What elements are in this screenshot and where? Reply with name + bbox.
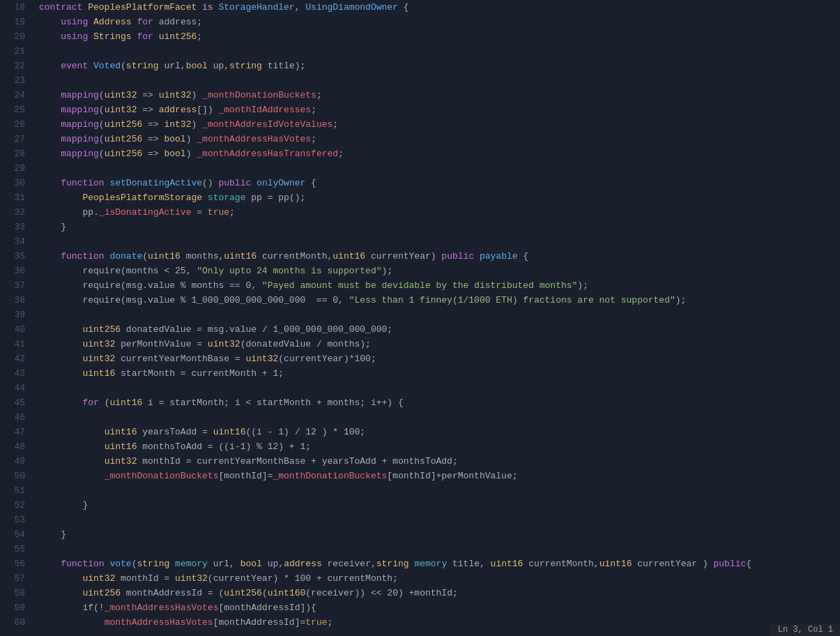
token-nm: if(!: [39, 603, 105, 613]
token-type: uint16: [333, 251, 371, 262]
code-line: [39, 44, 840, 59]
token-nm: pp.: [39, 207, 99, 218]
token-type: Strings: [93, 31, 137, 42]
code-line: mapping(uint256 => int32) _monthAddresId…: [39, 117, 840, 132]
token-nm: [39, 149, 61, 159]
line-number: 22: [0, 59, 33, 73]
token-nm: title);: [268, 61, 306, 71]
token-nm: [39, 31, 61, 42]
token-nm: [39, 134, 61, 144]
token-type: uint32: [82, 339, 121, 349]
token-kw: mapping: [61, 149, 99, 159]
token-nm: i = startMonth; i < startMonth + months;…: [148, 397, 404, 408]
token-nm: monthsToAdd = ((i-1) % 12) + 1;: [142, 441, 311, 452]
token-mod: payable: [480, 251, 518, 262]
token-bool-val: true: [305, 617, 327, 628]
token-nm: ): [191, 90, 202, 100]
token-nm: ;: [311, 105, 316, 115]
token-nm: ;: [316, 90, 322, 100]
token-var: _monthDonationBuckets: [273, 471, 387, 481]
token-var: _monthAddressHasVotes: [105, 603, 219, 613]
token-nm: perMonthValue =: [121, 339, 208, 349]
code-line: uint16 monthsToAdd = ((i-1) % 12) + 1;: [39, 439, 840, 454]
line-number: 57: [0, 571, 33, 586]
token-type: bool: [164, 134, 185, 144]
token-type: uint32: [105, 105, 137, 115]
code-line: }: [39, 498, 840, 513]
token-nm: ((i - 1) / 12 ) * 100;: [245, 427, 365, 437]
token-nm: [39, 617, 105, 628]
token-nm: is: [202, 2, 218, 13]
token-type: uint16: [224, 251, 262, 262]
token-nm: (: [121, 61, 126, 71]
line-number: 51: [0, 483, 33, 498]
token-nm: [39, 339, 82, 349]
code-line: uint256 donatedValue = msg.value / 1_000…: [39, 322, 840, 337]
code-content[interactable]: contract PeoplesPlatformFacet is Storage…: [33, 0, 840, 636]
token-type: string: [126, 61, 165, 71]
code-line: monthAddressHasVotes[monthAddressId]=tru…: [39, 615, 840, 630]
code-line: require(msg.value % months == 0, "Payed …: [39, 278, 840, 293]
token-var: _monthDonationBuckets: [105, 471, 219, 481]
token-nm: [monthId]=: [218, 471, 273, 481]
line-number: 21: [0, 44, 33, 59]
code-line: _monthDonationBuckets[monthId]=_monthDon…: [39, 469, 840, 483]
token-nm: [39, 251, 61, 262]
token-fn: vote: [109, 559, 131, 569]
code-line: require(months < 25, "Only upto 24 month…: [39, 264, 840, 278]
code-line: function vote(string memory url, bool up…: [39, 556, 840, 571]
line-number: 19: [0, 15, 33, 29]
token-nm: [39, 61, 61, 71]
token-nm: [39, 559, 61, 569]
line-number: 23: [0, 73, 33, 88]
code-line: }: [39, 527, 840, 542]
token-var: _monthAddresIdVoteValues: [202, 119, 333, 130]
token-nm: =>: [137, 105, 158, 115]
code-line: uint32 currentYearMonthBase = uint32(cur…: [39, 351, 840, 366]
code-line: [39, 483, 840, 498]
code-line: uint16 startMonth = currentMonth + 1;: [39, 366, 840, 381]
token-nm: currentYear): [371, 251, 441, 262]
code-line: [39, 513, 840, 527]
token-vis: public: [218, 178, 257, 188]
line-number: 49: [0, 454, 33, 469]
token-nm: []): [197, 105, 218, 115]
token-str: "Payed amount must be devidable by the d…: [262, 280, 577, 291]
token-storage: memory: [175, 559, 213, 569]
code-line: mapping(uint32 => uint32) _monthDonation…: [39, 88, 840, 103]
token-nm: =>: [142, 119, 164, 130]
token-nm: ): [191, 119, 202, 130]
token-nm: [monthAddressId]=: [213, 617, 306, 628]
token-nm: (donatedValue / months);: [240, 339, 371, 349]
token-nm: );: [675, 295, 687, 305]
token-nm: );: [577, 280, 588, 291]
token-type: uint16: [105, 427, 143, 437]
token-fn: setDonatingActive: [109, 178, 202, 188]
token-nm: monthAddressId = (: [126, 588, 224, 598]
token-nm: title,: [452, 559, 491, 569]
token-type: string: [137, 559, 175, 569]
token-nm: [39, 397, 82, 408]
token-nm: ;: [328, 617, 333, 628]
token-kw: mapping: [61, 105, 99, 115]
line-number: 43: [0, 366, 33, 381]
code-line: function donate(uint16 months,uint16 cur…: [39, 249, 840, 264]
token-nm: );: [382, 266, 393, 276]
token-nm: (: [99, 90, 105, 100]
token-nm: [39, 17, 61, 27]
line-number: 58: [0, 586, 33, 600]
token-type: uint256: [82, 324, 125, 335]
token-nm: require(months < 25,: [39, 266, 197, 276]
line-number: 30: [0, 176, 33, 190]
code-line: uint32 monthId = uint32(currentYear) * 1…: [39, 571, 840, 586]
token-kw: using: [61, 31, 93, 42]
token-type: uint32: [82, 354, 121, 364]
code-line: mapping(uint32 => address[]) _monthIdAdd…: [39, 103, 840, 117]
token-type: uint16: [105, 441, 143, 452]
token-nm: [39, 192, 82, 203]
code-line: event Voted(string url,bool up,string ti…: [39, 59, 840, 73]
line-number: 44: [0, 381, 33, 395]
token-nm: }: [39, 222, 66, 232]
token-nm: [monthAddressId]){: [218, 603, 316, 613]
token-nm: }: [39, 500, 88, 510]
